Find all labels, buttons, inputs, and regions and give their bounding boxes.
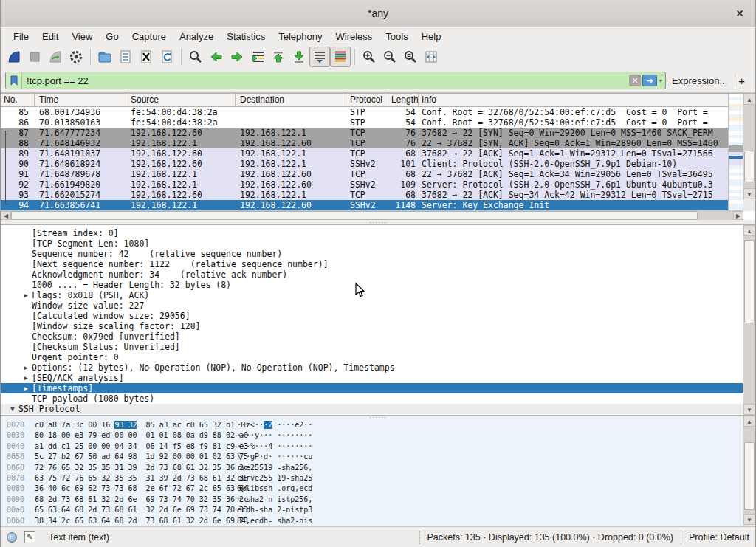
detail-line[interactable]: [Next sequence number: 1122 (relative se… bbox=[1, 259, 743, 269]
hex-row[interactable]: 003080 18 00 e3 79 ed 00 00 01 01 08 0a … bbox=[1, 430, 743, 441]
packet-minimap[interactable] bbox=[728, 94, 743, 210]
scrollbar-track[interactable] bbox=[743, 427, 755, 514]
hex-bytes[interactable]: 63 75 72 76 65 32 35 35 31 39 2d 73 68 6… bbox=[35, 473, 248, 484]
find-packet-icon[interactable] bbox=[185, 47, 206, 67]
hex-bytes[interactable]: 36 40 6c 69 62 73 73 68 2e 6f 72 67 2c 6… bbox=[35, 484, 248, 494]
colorize-toggle-icon[interactable] bbox=[330, 47, 351, 67]
expander-expanded-icon[interactable]: ▼ bbox=[7, 404, 18, 414]
scroll-left-arrow-icon[interactable]: ◀ bbox=[1, 211, 11, 220]
detail-line[interactable]: [Stream index: 0] bbox=[1, 228, 743, 238]
filter-bookmark-icon[interactable] bbox=[6, 72, 22, 89]
packet-row[interactable]: 8971.648191037192.168.122.60192.168.122.… bbox=[1, 148, 755, 159]
restart-capture-icon[interactable] bbox=[45, 47, 66, 67]
detail-line[interactable]: Sequence number: 42 (relative sequence n… bbox=[1, 249, 743, 259]
scroll-down-arrow-icon[interactable]: ▼ bbox=[743, 514, 755, 525]
packet-row[interactable]: 9071.648618924192.168.122.60192.168.122.… bbox=[1, 159, 755, 169]
detail-line[interactable]: ▶[SEQ/ACK analysis] bbox=[1, 373, 743, 383]
filter-apply-icon[interactable]: ➜ bbox=[642, 75, 657, 86]
column-header-time[interactable]: Time bbox=[35, 94, 126, 106]
detail-line[interactable]: Window size value: 227 bbox=[1, 300, 743, 311]
hex-ascii[interactable]: ecdh-sha 2-nistp3 bbox=[237, 505, 312, 515]
menu-edit[interactable]: Edit bbox=[35, 29, 65, 44]
detail-line[interactable]: Urgent pointer: 0 bbox=[1, 352, 743, 362]
detail-line[interactable]: Acknowledgment number: 34 (relative ack … bbox=[1, 269, 743, 280]
hex-ascii[interactable]: h-sha2-n istp256, bbox=[237, 495, 312, 505]
menu-help[interactable]: Help bbox=[415, 29, 448, 44]
column-header-protocol[interactable]: Protocol bbox=[346, 94, 388, 106]
menu-telephony[interactable]: Telephony bbox=[272, 29, 329, 44]
scrollbar-thumb[interactable] bbox=[744, 442, 755, 510]
detail-line[interactable]: [Calculated window size: 29056] bbox=[1, 311, 743, 321]
hex-bytes[interactable]: a1 dd c1 25 00 00 04 34 06 14 f5 e8 f9 8… bbox=[35, 441, 248, 452]
hex-bytes[interactable]: c0 a8 7a 3c 00 16 93 32 85 a3 ac c0 65 3… bbox=[35, 420, 248, 430]
packet-row[interactable]: 8568.001734936fe:54:00:d4:38:2aSTP54Conf… bbox=[1, 107, 755, 117]
display-filter-input[interactable] bbox=[22, 75, 629, 86]
detail-line[interactable]: Checksum: 0x79ed [unverified] bbox=[1, 331, 743, 342]
menu-analyze[interactable]: Analyze bbox=[173, 29, 220, 44]
detail-line[interactable]: TCP payload (1080 bytes) bbox=[1, 393, 743, 404]
packet-list-vscrollbar[interactable]: ▲ ▼ bbox=[743, 94, 755, 211]
column-header-source[interactable]: Source bbox=[126, 94, 236, 106]
hex-row[interactable]: 009068 2d 73 68 61 32 2d 6e 69 73 74 70 … bbox=[1, 495, 743, 505]
hex-row[interactable]: 0040a1 dd c1 25 00 00 04 34 06 14 f5 e8 … bbox=[1, 441, 743, 452]
expander-collapsed-icon[interactable]: ▶ bbox=[20, 383, 32, 393]
packet-row[interactable]: 8670.013850163fe:54:00:d4:38:2aSTP54Conf… bbox=[1, 117, 755, 128]
hex-ascii[interactable]: 84,ecdh- sha2-nis bbox=[237, 516, 312, 526]
hex-bytes[interactable]: 5c 27 b2 67 50 ad 64 98 1d 92 00 00 01 0… bbox=[35, 452, 248, 462]
hex-bytes[interactable]: 80 18 00 e3 79 ed 00 00 01 01 08 0a d9 8… bbox=[35, 430, 248, 441]
reload-file-icon[interactable] bbox=[157, 47, 177, 67]
go-previous-packet-icon[interactable] bbox=[206, 47, 227, 67]
hex-bytes[interactable]: 38 34 2c 65 63 64 68 2d 73 68 61 32 2d 6… bbox=[35, 516, 248, 526]
hex-ascii[interactable]: rve25519 -sha256, bbox=[237, 463, 312, 473]
packet-row[interactable]: 9371.662015274192.168.122.60192.168.122.… bbox=[1, 190, 755, 200]
hex-row[interactable]: 006072 76 65 32 35 35 31 39 2d 73 68 61 … bbox=[1, 463, 743, 473]
scrollbar-thumb[interactable] bbox=[744, 151, 755, 182]
menu-wireless[interactable]: Wireless bbox=[329, 29, 379, 44]
status-profile[interactable]: Profile: Default bbox=[689, 532, 749, 543]
packet-row[interactable]: 8771.647777234192.168.122.60192.168.122.… bbox=[1, 128, 755, 138]
scroll-down-arrow-icon[interactable]: ▼ bbox=[743, 404, 755, 415]
window-close-button[interactable]: ✕ bbox=[733, 7, 746, 20]
hex-ascii[interactable]: curve255 19-sha25 bbox=[237, 473, 312, 484]
scroll-down-arrow-icon[interactable]: ▼ bbox=[743, 188, 755, 199]
detail-line[interactable]: ▶Flags: 0x018 (PSH, ACK) bbox=[1, 290, 743, 300]
menu-view[interactable]: View bbox=[65, 29, 99, 44]
expander-collapsed-icon[interactable]: ▶ bbox=[20, 373, 32, 383]
zoom-reset-icon[interactable] bbox=[400, 47, 421, 67]
hex-row[interactable]: 007063 75 72 76 65 32 35 35 31 39 2d 73 … bbox=[1, 473, 743, 484]
filter-dropdown-caret-icon[interactable]: ▾ bbox=[659, 78, 662, 84]
packet-row[interactable]: 9271.661949820192.168.122.1192.168.122.6… bbox=[1, 179, 755, 190]
hex-row[interactable]: 008036 40 6c 69 62 73 73 68 2e 6f 72 67 … bbox=[1, 484, 743, 494]
menu-tools[interactable]: Tools bbox=[379, 29, 414, 44]
scrollbar-thumb[interactable] bbox=[11, 211, 698, 220]
scroll-up-arrow-icon[interactable]: ▲ bbox=[743, 225, 755, 236]
scrollbar-track[interactable] bbox=[743, 236, 755, 404]
open-file-icon[interactable] bbox=[94, 47, 115, 67]
hex-row[interactable]: 00505c 27 b2 67 50 ad 64 98 1d 92 00 00 … bbox=[1, 452, 743, 462]
column-header-length[interactable]: Length bbox=[388, 94, 419, 106]
close-file-icon[interactable] bbox=[136, 47, 157, 67]
menu-file[interactable]: File bbox=[7, 29, 35, 44]
expression-button[interactable]: Expression... bbox=[666, 75, 733, 86]
splitter-grip[interactable]: ······ bbox=[1, 416, 755, 419]
hex-ascii[interactable]: ··z<···2 ····e2·· bbox=[237, 420, 312, 430]
scroll-up-arrow-icon[interactable]: ▲ bbox=[743, 94, 755, 105]
stop-capture-icon[interactable] bbox=[24, 47, 45, 67]
go-last-packet-icon[interactable] bbox=[289, 47, 309, 67]
expander-collapsed-icon[interactable]: ▶ bbox=[20, 362, 32, 373]
hex-selected-bytes[interactable]: 93 32 bbox=[114, 421, 137, 429]
hex-row[interactable]: 0020c0 a8 7a 3c 00 16 93 32 85 a3 ac c0 … bbox=[1, 420, 743, 430]
detail-line[interactable]: ▶Options: (12 bytes), No-Operation (NOP)… bbox=[1, 362, 743, 373]
hex-ascii[interactable]: ···%···4 ········ bbox=[237, 441, 312, 452]
scrollbar-track[interactable] bbox=[743, 105, 755, 188]
hex-row[interactable]: 00b038 34 2c 65 63 64 68 2d 73 68 61 32 … bbox=[1, 516, 743, 526]
column-header-destination[interactable]: Destination bbox=[236, 94, 346, 106]
hex-row[interactable]: 00a065 63 64 68 2d 73 68 61 32 2d 6e 69 … bbox=[1, 505, 743, 515]
splitter-grip[interactable]: ······ bbox=[369, 221, 387, 224]
go-next-packet-icon[interactable] bbox=[227, 47, 247, 67]
hex-ascii[interactable]: 6@libssh .org,ecd bbox=[237, 484, 312, 494]
capture-comment-icon[interactable]: ✎ bbox=[24, 531, 35, 543]
hex-bytes[interactable]: 68 2d 73 68 61 32 2d 6e 69 73 74 70 32 3… bbox=[35, 495, 248, 505]
menu-go[interactable]: Go bbox=[99, 29, 125, 44]
details-vscrollbar[interactable]: ▲ ▼ bbox=[743, 225, 755, 416]
